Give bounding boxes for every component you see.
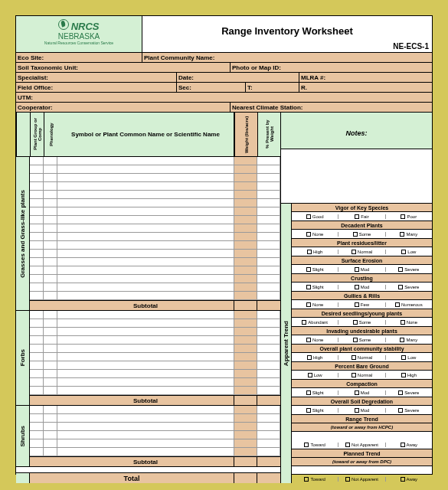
- option[interactable]: Low: [292, 373, 338, 377]
- option[interactable]: High: [292, 355, 338, 360]
- checkbox-icon[interactable]: [400, 232, 404, 237]
- data-row[interactable]: [30, 319, 280, 328]
- option[interactable]: Some: [338, 232, 385, 237]
- option[interactable]: Numerous: [386, 302, 432, 307]
- data-row[interactable]: [30, 283, 280, 292]
- option[interactable]: Slight: [292, 285, 338, 289]
- data-row[interactable]: [30, 336, 280, 345]
- checkbox-icon[interactable]: [306, 408, 311, 413]
- data-row[interactable]: [30, 165, 280, 174]
- option[interactable]: Mod: [338, 267, 385, 272]
- option[interactable]: Slight: [292, 408, 338, 413]
- option[interactable]: Normal: [338, 355, 385, 360]
- checkbox-icon[interactable]: [355, 267, 359, 272]
- checkbox-icon[interactable]: [353, 320, 358, 325]
- checkbox-icon[interactable]: [355, 302, 359, 307]
- option[interactable]: Normal: [338, 250, 385, 254]
- checkbox-icon[interactable]: [401, 443, 405, 447]
- option[interactable]: Many: [386, 232, 432, 237]
- checkbox-icon[interactable]: [306, 390, 311, 395]
- checkbox-icon[interactable]: [302, 320, 306, 325]
- checkbox-icon[interactable]: [352, 355, 356, 360]
- data-row[interactable]: [30, 387, 280, 395]
- checkbox-icon[interactable]: [345, 443, 350, 447]
- option[interactable]: Severe: [386, 390, 432, 395]
- checkbox-icon[interactable]: [345, 477, 350, 482]
- checkbox-icon[interactable]: [306, 338, 311, 342]
- option[interactable]: Good: [292, 214, 338, 219]
- data-row[interactable]: [30, 275, 280, 283]
- checkbox-icon[interactable]: [306, 285, 311, 289]
- option[interactable]: None: [386, 320, 432, 325]
- option[interactable]: Severe: [386, 267, 432, 272]
- data-row[interactable]: [30, 258, 280, 266]
- checkbox-icon[interactable]: [304, 477, 309, 482]
- checkbox-icon[interactable]: [306, 267, 311, 272]
- data-row[interactable]: [30, 157, 280, 165]
- data-row[interactable]: [30, 448, 280, 456]
- option[interactable]: Few: [338, 302, 385, 307]
- data-row[interactable]: [30, 378, 280, 387]
- checkbox-icon[interactable]: [352, 373, 356, 377]
- subtotal-weight[interactable]: [234, 301, 257, 310]
- option[interactable]: Mod: [338, 390, 385, 395]
- checkbox-icon[interactable]: [304, 443, 309, 447]
- subtotal-percent[interactable]: [257, 396, 280, 405]
- option[interactable]: Away: [386, 477, 432, 482]
- option[interactable]: Normal: [338, 373, 385, 377]
- data-row[interactable]: [30, 292, 280, 300]
- option[interactable]: Some: [338, 338, 385, 342]
- option[interactable]: None: [292, 338, 338, 342]
- option[interactable]: Mod: [338, 285, 385, 289]
- option[interactable]: Not Apparent: [338, 477, 385, 482]
- subtotal-weight[interactable]: [234, 396, 257, 405]
- data-row[interactable]: [30, 207, 280, 216]
- data-row[interactable]: [30, 216, 280, 224]
- checkbox-icon[interactable]: [401, 477, 405, 482]
- option[interactable]: Some: [338, 320, 385, 325]
- checkbox-icon[interactable]: [308, 373, 312, 377]
- option[interactable]: Many: [386, 338, 432, 342]
- option[interactable]: Away: [386, 443, 432, 447]
- option[interactable]: High: [292, 250, 338, 254]
- data-row[interactable]: [30, 328, 280, 336]
- option[interactable]: None: [292, 302, 338, 307]
- option[interactable]: Low: [386, 355, 432, 360]
- data-row[interactable]: [30, 191, 280, 199]
- data-row[interactable]: [30, 182, 280, 191]
- option[interactable]: Fair: [338, 214, 385, 219]
- data-row[interactable]: [30, 266, 280, 275]
- data-row[interactable]: [30, 423, 280, 431]
- checkbox-icon[interactable]: [398, 408, 403, 413]
- option[interactable]: Severe: [386, 408, 432, 413]
- data-row[interactable]: [30, 199, 280, 207]
- data-row[interactable]: [30, 233, 280, 241]
- checkbox-icon[interactable]: [306, 302, 311, 307]
- checkbox-icon[interactable]: [400, 338, 404, 342]
- checkbox-icon[interactable]: [395, 302, 400, 307]
- option[interactable]: Slight: [292, 267, 338, 272]
- data-row[interactable]: [30, 439, 280, 448]
- option[interactable]: Severe: [386, 285, 432, 289]
- data-row[interactable]: [30, 174, 280, 182]
- checkbox-icon[interactable]: [355, 285, 359, 289]
- option[interactable]: Slight: [292, 390, 338, 395]
- notes-area[interactable]: [281, 149, 432, 203]
- option[interactable]: Toward: [292, 443, 338, 447]
- checkbox-icon[interactable]: [306, 232, 311, 237]
- checkbox-icon[interactable]: [398, 267, 403, 272]
- option[interactable]: Mod: [338, 408, 385, 413]
- checkbox-icon[interactable]: [355, 408, 359, 413]
- checkbox-icon[interactable]: [401, 214, 405, 219]
- total-weight[interactable]: [234, 473, 257, 483]
- checkbox-icon[interactable]: [401, 355, 406, 360]
- option[interactable]: High: [386, 373, 432, 377]
- data-row[interactable]: [30, 250, 280, 258]
- checkbox-icon[interactable]: [401, 250, 406, 254]
- option[interactable]: Low: [386, 250, 432, 254]
- checkbox-icon[interactable]: [398, 390, 403, 395]
- checkbox-icon[interactable]: [353, 338, 358, 342]
- option[interactable]: Poor: [386, 214, 432, 219]
- option[interactable]: Not Apparent: [338, 443, 385, 447]
- checkbox-icon[interactable]: [401, 320, 405, 325]
